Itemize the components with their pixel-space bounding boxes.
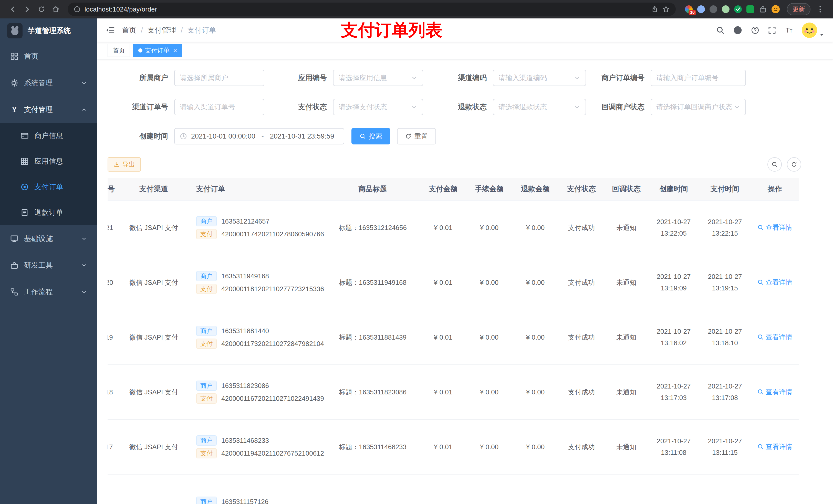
table-right-tools bbox=[767, 157, 823, 172]
cell-amount: ¥ 0.01 bbox=[420, 255, 466, 310]
browser-reload-button[interactable] bbox=[35, 3, 48, 16]
cell-amount: ¥ 0.01 bbox=[420, 365, 466, 419]
notify-status-select[interactable]: 请选择订单回调商户状态 bbox=[651, 99, 746, 115]
view-detail-link[interactable]: 查看详情 bbox=[757, 278, 792, 287]
refund-status-select[interactable]: 请选择退款状态 bbox=[493, 99, 586, 115]
extension-icon-check[interactable] bbox=[734, 5, 742, 13]
toolbox-icon bbox=[10, 261, 19, 269]
sidebar-item-payment[interactable]: ¥ 支付管理 bbox=[0, 96, 97, 123]
cell-create-time: 2021-10-2713:18:02 bbox=[648, 310, 699, 365]
page-annotation: 支付订单列表 bbox=[341, 19, 443, 42]
close-icon[interactable]: × bbox=[173, 47, 177, 54]
sidebar-item-refund-orders[interactable]: 退款订单 bbox=[0, 200, 97, 225]
cell-amount: ¥ 0.01 bbox=[420, 419, 466, 474]
cell-notify: 未通知 bbox=[604, 310, 648, 365]
home-icon bbox=[52, 5, 60, 13]
merchant-input[interactable] bbox=[174, 70, 264, 86]
reset-button[interactable]: 重置 bbox=[397, 128, 436, 144]
filter-label: 支付状态 bbox=[264, 102, 333, 112]
chevron-down-icon bbox=[411, 74, 418, 81]
sidebar-item-home[interactable]: 首页 bbox=[0, 43, 97, 70]
fullscreen-icon[interactable] bbox=[768, 26, 776, 34]
cell-id bbox=[108, 474, 125, 504]
merchant-order-no: 1635311881440 bbox=[221, 327, 269, 335]
extension-icon-blue[interactable] bbox=[697, 5, 705, 13]
filter-label: 应用编号 bbox=[264, 73, 333, 83]
sidebar-item-infra[interactable]: 基础设施 bbox=[0, 225, 97, 252]
user-menu[interactable] bbox=[802, 23, 825, 38]
export-button[interactable]: 导出 bbox=[108, 157, 141, 172]
bookmark-star-icon[interactable] bbox=[662, 6, 670, 13]
magnifier-icon bbox=[757, 279, 764, 285]
navbar-tools bbox=[716, 23, 825, 38]
cell-refund: ¥ 0.00 bbox=[512, 310, 558, 365]
cell-channel: 微信 JSAPI 支付 bbox=[125, 419, 182, 474]
browser-home-button[interactable] bbox=[49, 3, 63, 16]
app-select[interactable]: 请选择应用信息 bbox=[333, 70, 423, 86]
header-search-icon[interactable] bbox=[716, 26, 724, 34]
cell-order: 商户1635311881440 支付4200001173202110272847… bbox=[182, 310, 325, 365]
chevron-down-icon bbox=[81, 289, 87, 295]
merchant-order-no-input[interactable] bbox=[651, 70, 746, 86]
profile-avatar[interactable] bbox=[771, 5, 780, 13]
view-detail-link[interactable]: 查看详情 bbox=[757, 387, 792, 397]
cell-amount: ¥ 0.01 bbox=[420, 310, 466, 365]
sidebar-item-workflow[interactable]: 工作流程 bbox=[0, 279, 97, 305]
cell-title: 标题：1635311881439 bbox=[325, 310, 420, 365]
extension-icon-greensquare[interactable] bbox=[746, 5, 754, 13]
sidebar-item-devtools[interactable]: 研发工具 bbox=[0, 252, 97, 279]
channel-order-no-input[interactable] bbox=[174, 99, 264, 115]
cell-title: 标题：1635311468233 bbox=[325, 419, 420, 474]
table-row: 120 微信 JSAPI 支付 商户1635311949168 支付420000… bbox=[108, 255, 799, 310]
search-button[interactable]: 搜索 bbox=[352, 128, 390, 144]
extensions-puzzle-icon[interactable] bbox=[759, 5, 767, 13]
github-icon[interactable] bbox=[733, 26, 742, 35]
view-detail-link[interactable]: 查看详情 bbox=[757, 442, 792, 451]
share-icon[interactable] bbox=[651, 6, 658, 13]
view-detail-link[interactable]: 查看详情 bbox=[757, 333, 792, 342]
pay-tag: 支付 bbox=[196, 448, 217, 458]
sidebar-item-pay-orders[interactable]: 支付订单 bbox=[0, 174, 97, 200]
refresh-table-button[interactable] bbox=[787, 157, 801, 172]
search-button-label: 搜索 bbox=[369, 132, 382, 141]
extension-icon-gray[interactable] bbox=[710, 5, 717, 13]
tab-pay-orders[interactable]: 支付订单 × bbox=[133, 44, 182, 57]
filter-label: 商户订单编号 bbox=[586, 73, 651, 83]
sidebar-item-system[interactable]: 系统管理 bbox=[0, 70, 97, 96]
breadcrumb-payment[interactable]: 支付管理 bbox=[147, 25, 176, 35]
cell-refund: ¥ 0.00 bbox=[512, 200, 558, 255]
extension-badge: 10 bbox=[689, 10, 696, 15]
toggle-search-button[interactable] bbox=[767, 157, 782, 172]
browser-forward-button[interactable] bbox=[21, 3, 34, 16]
extension-icon-colorwheel[interactable]: 10 bbox=[685, 5, 693, 13]
breadcrumb-home[interactable]: 首页 bbox=[122, 25, 136, 35]
sidebar-item-label: 研发工具 bbox=[24, 261, 53, 270]
pay-status-select[interactable]: 请选择支付状态 bbox=[333, 99, 423, 115]
cell-status: 支付成功 bbox=[558, 255, 604, 310]
sidebar-collapse-button[interactable] bbox=[105, 26, 115, 35]
channel-code-select[interactable]: 请输入渠道编码 bbox=[493, 70, 586, 86]
address-bar[interactable]: localhost:1024/pay/order bbox=[68, 3, 676, 16]
merchant-tag: 商户 bbox=[196, 381, 217, 391]
page-content: 所属商户 应用编号 请选择应用信息 渠道编码 请输入渠道编码 bbox=[97, 59, 833, 504]
cell-create-time: 2021-10-2713:11:08 bbox=[648, 419, 699, 474]
merchant-tag: 商户 bbox=[196, 216, 217, 226]
chrome-update-button[interactable]: 更新 bbox=[787, 3, 810, 15]
sidebar-item-app-info[interactable]: 应用信息 bbox=[0, 148, 97, 174]
cell-pay-time: 2021-10-2713:19:15 bbox=[699, 255, 751, 310]
cell-notify: 未通知 bbox=[604, 365, 648, 419]
browser-back-button[interactable] bbox=[6, 3, 20, 16]
filter-pay-status: 支付状态 请选择支付状态 bbox=[264, 99, 423, 115]
extension-icon-lightgreen[interactable] bbox=[722, 5, 730, 13]
tab-home[interactable]: 首页 bbox=[108, 44, 130, 57]
filter-label: 回调商户状态 bbox=[586, 102, 651, 112]
create-time-range-picker[interactable]: 2021-10-01 00:00:00 - 2021-10-31 23:59:5… bbox=[174, 128, 344, 144]
merchant-order-no: 1635311823086 bbox=[221, 382, 269, 390]
chrome-menu-button[interactable] bbox=[813, 3, 827, 16]
font-size-icon[interactable] bbox=[785, 26, 793, 34]
select-placeholder: 请输入渠道编码 bbox=[498, 73, 574, 82]
help-icon[interactable] bbox=[751, 26, 759, 34]
view-detail-link[interactable]: 查看详情 bbox=[757, 223, 792, 232]
sidebar-item-merchant-info[interactable]: 商户信息 bbox=[0, 123, 97, 148]
channel-transaction-no: 4200001174202110278060590766 bbox=[221, 230, 324, 238]
